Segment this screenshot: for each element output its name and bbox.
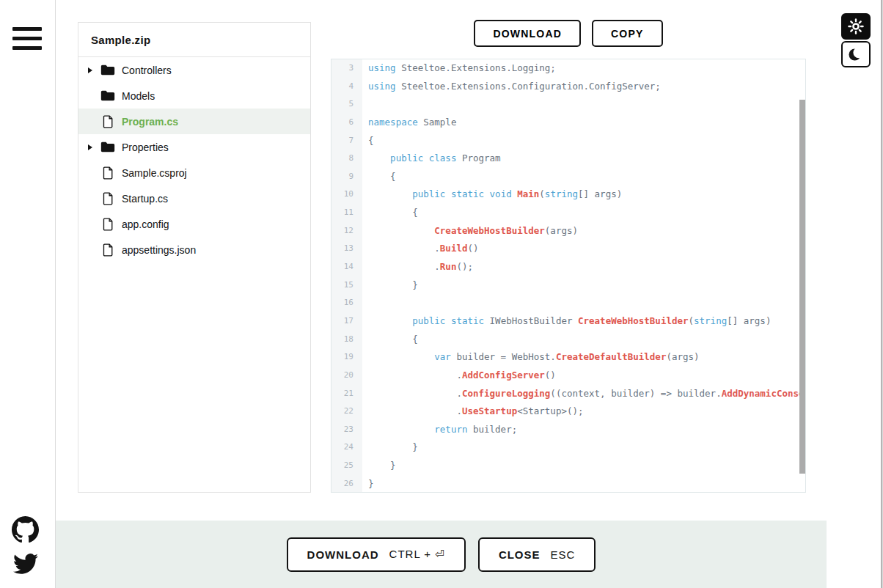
code-text: { <box>362 132 374 150</box>
footer-download-button[interactable]: DOWNLOAD CTRL + ⏎ <box>287 537 466 572</box>
code-line: 9 { <box>331 168 805 186</box>
tree-item-label: Properties <box>122 142 169 153</box>
copy-button[interactable]: COPY <box>592 20 662 47</box>
archive-title: Sample.zip <box>78 23 310 57</box>
line-number: 11 <box>331 204 362 222</box>
line-number: 21 <box>331 385 362 403</box>
explore-modal: Sample.zip ControllersModelsProgram.csPr… <box>55 0 827 588</box>
code-text: .AddConfigServer() <box>362 367 556 385</box>
code-line: 19 var builder = WebHost.CreateDefaultBu… <box>331 348 805 367</box>
code-text: var builder = WebHost.CreateDefaultBuild… <box>362 348 700 367</box>
caret-right-icon[interactable] <box>88 144 99 150</box>
caret-right-icon <box>88 247 99 253</box>
line-number: 25 <box>331 457 362 475</box>
tree-item-controllers[interactable]: Controllers <box>78 57 310 83</box>
caret-right-icon[interactable] <box>88 67 99 73</box>
caret-right-icon <box>88 196 99 202</box>
code-line: 7{ <box>331 132 805 150</box>
right-rail <box>827 0 881 588</box>
code-text: public class Program <box>362 150 501 168</box>
tree-item-properties[interactable]: Properties <box>78 134 310 160</box>
code-text: .Run(); <box>362 258 473 276</box>
code-viewer-panel[interactable]: 3using Steeltoe.Extensions.Logging;4usin… <box>331 59 806 493</box>
code-text: return builder; <box>362 421 517 439</box>
tree-item-startup-cs[interactable]: Startup.cs <box>78 185 310 211</box>
code-text: } <box>362 475 374 493</box>
line-number: 13 <box>331 240 362 258</box>
code-line: 4using Steeltoe.Extensions.Configuration… <box>331 78 805 96</box>
code-line: 18 { <box>331 331 805 349</box>
code-line: 17 public static IWebHostBuilder CreateW… <box>331 312 805 331</box>
github-icon[interactable] <box>12 516 41 544</box>
code-text: } <box>362 276 418 295</box>
line-number: 16 <box>331 294 362 312</box>
code-scrollbar[interactable] <box>799 100 805 474</box>
code-text: } <box>362 457 396 475</box>
code-text: .ConfigureLogging((context, builder) => … <box>362 385 806 403</box>
light-theme-button[interactable] <box>841 13 871 40</box>
folder-icon <box>99 89 117 102</box>
tree-item-label: Models <box>122 90 155 102</box>
twitter-icon[interactable] <box>12 551 41 579</box>
code-line: 11 { <box>331 204 805 222</box>
line-number: 19 <box>331 348 362 367</box>
code-text: .Build() <box>362 240 479 258</box>
tree-item-label: app.config <box>122 218 169 230</box>
line-number: 24 <box>331 438 362 457</box>
line-number: 14 <box>331 258 362 276</box>
code-line: 13 .Build() <box>331 240 805 258</box>
code-line: 16 <box>331 294 805 312</box>
file-explorer-panel: Sample.zip ControllersModelsProgram.csPr… <box>78 22 311 493</box>
code-text: public static IWebHostBuilder CreateWebH… <box>362 312 771 331</box>
code-line: 15 } <box>331 276 805 295</box>
line-number: 7 <box>331 132 362 150</box>
tree-item-label: Sample.csproj <box>122 167 187 179</box>
download-button[interactable]: DOWNLOAD <box>474 20 581 47</box>
code-line: 6namespace Sample <box>331 114 805 132</box>
code-line: 8 public class Program <box>331 150 805 168</box>
tree-item-models[interactable]: Models <box>78 83 310 109</box>
tree-item-appsettings-json[interactable]: appsettings.json <box>78 237 310 262</box>
file-icon <box>99 166 117 180</box>
folder-icon <box>99 141 117 153</box>
line-number: 22 <box>331 403 362 421</box>
footer-close-button[interactable]: CLOSE ESC <box>478 537 596 572</box>
tree-item-label: Controllers <box>122 65 172 76</box>
footer-close-label: CLOSE <box>499 548 541 561</box>
code-line: 26} <box>331 475 805 493</box>
code-text: } <box>362 438 418 457</box>
left-rail <box>0 0 55 588</box>
folder-icon <box>99 64 117 76</box>
tree-item-program-cs[interactable]: Program.cs <box>78 109 310 134</box>
code-line: 14 .Run(); <box>331 258 805 276</box>
caret-right-icon <box>88 93 99 99</box>
line-number: 20 <box>331 367 362 385</box>
footer-bar: DOWNLOAD CTRL + ⏎ CLOSE ESC <box>56 521 827 588</box>
code-line: 22 .UseStartup<Startup>(); <box>331 403 805 421</box>
code-text: public static void Main(string[] args) <box>362 185 622 204</box>
menu-button[interactable] <box>12 27 42 50</box>
footer-download-label: DOWNLOAD <box>307 548 379 561</box>
tree-item-label: Program.cs <box>122 116 178 128</box>
code-line: 12 CreateWebHostBuilder(args) <box>331 222 805 240</box>
sun-icon <box>848 18 864 34</box>
code-text: CreateWebHostBuilder(args) <box>362 222 578 240</box>
code-text: { <box>362 204 418 222</box>
line-number: 8 <box>331 150 362 168</box>
code-lines: 3using Steeltoe.Extensions.Logging;4usin… <box>331 59 805 492</box>
moon-icon <box>847 45 865 63</box>
code-text: .UseStartup<Startup>(); <box>362 403 584 421</box>
footer-close-shortcut: ESC <box>551 548 576 561</box>
hamburger-icon <box>12 46 42 50</box>
code-line: 23 return builder; <box>331 421 805 439</box>
tree-item-sample-csproj[interactable]: Sample.csproj <box>78 160 310 185</box>
footer-download-shortcut: CTRL + ⏎ <box>389 548 445 561</box>
code-line: 5 <box>331 95 805 114</box>
line-number: 23 <box>331 421 362 439</box>
code-text <box>362 95 368 114</box>
tree-item-app-config[interactable]: app.config <box>78 211 310 237</box>
line-number: 15 <box>331 276 362 295</box>
dark-theme-button[interactable] <box>841 41 871 67</box>
caret-right-icon <box>88 221 99 227</box>
code-text: { <box>362 168 396 186</box>
